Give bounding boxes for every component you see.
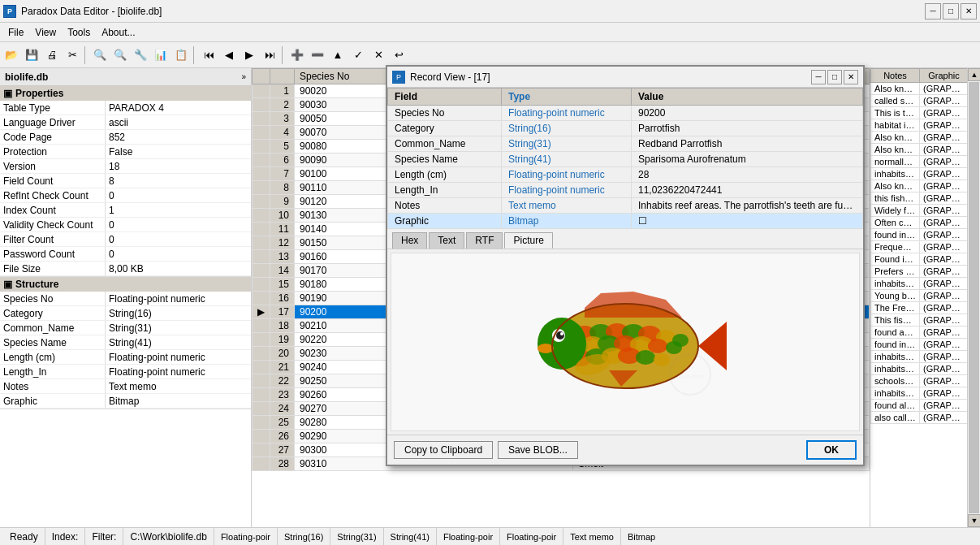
- scroll-up[interactable]: ▲: [968, 68, 980, 81]
- row-arrow: [253, 167, 270, 181]
- right-row: The French g(GRAPHIC): [871, 302, 968, 314]
- cell-graphic: (GRAPHIC): [920, 241, 968, 253]
- tab-text[interactable]: Text: [429, 232, 464, 249]
- row-arrow: [253, 209, 270, 223]
- struct-common-name: Common_Name String(31): [0, 321, 251, 335]
- status-bar: Ready Index: Filter: C:\Work\biolife.db …: [0, 527, 980, 545]
- row-arrow: [253, 292, 270, 305]
- row-arrow: [253, 126, 270, 140]
- record-view-dialog: P Record View - [17] ─ □ ✕ Field Type Va…: [386, 65, 865, 466]
- section-label: Properties: [15, 88, 63, 99]
- cell-graphic: (GRAPHIC): [920, 132, 968, 144]
- tb-check[interactable]: ✓: [348, 45, 368, 65]
- right-row: This is the la(GRAPHIC): [871, 107, 968, 119]
- status-field7: Text memo: [563, 528, 621, 545]
- tb-tools[interactable]: 🔧: [131, 45, 150, 65]
- minimize-button[interactable]: ─: [925, 3, 941, 19]
- row-arrow: [253, 443, 270, 457]
- cell-notes: inhabits expe: [871, 363, 920, 375]
- cell-notes: Young barra: [871, 290, 920, 302]
- cell-notes: The French g: [871, 302, 920, 314]
- cell-graphic: (GRAPHIC): [920, 387, 968, 400]
- row-arrow: [253, 112, 270, 126]
- save-blob-button[interactable]: Save BLOB...: [498, 441, 578, 459]
- prop-language-driver: Language Driver ascii: [0, 115, 251, 130]
- rec-col-value: Value: [632, 89, 863, 106]
- main-window: P Paradox Data Editor - [biolife.db] ─ □…: [0, 0, 980, 545]
- cell-notes: Also known a: [871, 83, 920, 95]
- cell-notes: found in cora: [871, 339, 920, 351]
- right-row: also called th(GRAPHIC): [871, 412, 968, 424]
- dialog-maximize[interactable]: □: [827, 70, 842, 84]
- tb-up[interactable]: ▲: [328, 45, 348, 65]
- tb-copy[interactable]: 📋: [171, 45, 191, 65]
- row-number: 17: [270, 305, 295, 319]
- cell-graphic: (GRAPHIC): [920, 180, 968, 192]
- cell-graphic: (GRAPHIC): [920, 327, 968, 339]
- tb-table[interactable]: 📊: [151, 45, 171, 65]
- menu-view[interactable]: View: [30, 25, 61, 40]
- row-number: 4: [270, 126, 295, 140]
- cell-notes: inhabits reef: [871, 278, 920, 290]
- vertical-scrollbar[interactable]: ▲ ▼: [967, 68, 980, 527]
- status-field4: String(41): [384, 528, 437, 545]
- tb-add[interactable]: ➕: [287, 45, 307, 65]
- cell-graphic: (GRAPHIC): [920, 266, 968, 278]
- properties-section-header[interactable]: ▣ Properties: [0, 86, 251, 101]
- tb-next[interactable]: ▶: [240, 45, 259, 65]
- right-row: Also known a(GRAPHIC): [871, 144, 968, 156]
- menu-bar: File View Tools About...: [0, 23, 980, 42]
- tb-last[interactable]: ⏭: [260, 45, 279, 65]
- tb-cut[interactable]: ✂: [63, 45, 82, 65]
- dialog-minimize[interactable]: ─: [811, 70, 826, 84]
- maximize-button[interactable]: □: [943, 3, 959, 19]
- right-row: Also known a(GRAPHIC): [871, 83, 968, 95]
- scroll-down[interactable]: ▼: [968, 514, 980, 527]
- menu-about[interactable]: About...: [97, 25, 140, 40]
- cell-graphic: (GRAPHIC): [920, 229, 968, 241]
- tb-save[interactable]: 💾: [22, 45, 41, 65]
- right-row: found aroun(GRAPHIC): [871, 327, 968, 339]
- tab-hex[interactable]: Hex: [392, 232, 427, 249]
- dialog-close[interactable]: ✕: [844, 70, 858, 84]
- right-row: Young barra(GRAPHIC): [871, 290, 968, 302]
- tb-search2[interactable]: 🔍: [110, 45, 130, 65]
- tb-prev[interactable]: ◀: [219, 45, 239, 65]
- tab-picture[interactable]: Picture: [504, 232, 552, 249]
- right-notes-table: Notes Graphic Also known a(GRAPHIC)calle…: [870, 68, 967, 424]
- structure-section-header[interactable]: ▣ Structure: [0, 277, 251, 292]
- ok-button[interactable]: OK: [806, 440, 857, 460]
- prop-code-page: Code Page 852: [0, 130, 251, 145]
- menu-file[interactable]: File: [3, 25, 28, 40]
- tb-print[interactable]: 🖨: [42, 45, 62, 65]
- footer-left-buttons: Copy to Clipboard Save BLOB...: [394, 441, 578, 459]
- right-row: Frequently fo(GRAPHIC): [871, 241, 968, 253]
- row-arrow: [253, 278, 270, 292]
- copy-to-clipboard-button[interactable]: Copy to Clipboard: [394, 441, 493, 459]
- row-number: 20: [270, 347, 295, 361]
- cell-graphic: (GRAPHIC): [920, 302, 968, 314]
- cell-graphic: (GRAPHIC): [920, 290, 968, 302]
- cell-graphic: (GRAPHIC): [920, 363, 968, 375]
- tb-cancel[interactable]: ✕: [369, 45, 388, 65]
- menu-tools[interactable]: Tools: [63, 25, 95, 40]
- row-number: 9: [270, 195, 295, 209]
- tab-rtf[interactable]: RTF: [466, 232, 503, 249]
- rec-row-species-no: Species No Floating-point numeric 90200: [388, 106, 863, 121]
- rec-row-notes: Notes Text memo Inhabits reef areas. The…: [388, 198, 863, 214]
- tb-open[interactable]: 📂: [2, 45, 21, 65]
- scroll-thumb[interactable]: [969, 82, 979, 513]
- cell-graphic: (GRAPHIC): [920, 278, 968, 290]
- tb-delete[interactable]: ➖: [308, 45, 327, 65]
- tb-search[interactable]: 🔍: [90, 45, 110, 65]
- minus-icon2: ▣: [3, 279, 12, 290]
- status-filter: Filter:: [85, 528, 123, 545]
- close-button[interactable]: ✕: [961, 3, 977, 19]
- cell-graphic: (GRAPHIC): [920, 375, 968, 387]
- status-field5: Floating-poir: [437, 528, 500, 545]
- right-row: This fish is ne(GRAPHIC): [871, 314, 968, 327]
- row-arrow: [253, 181, 270, 195]
- tb-first[interactable]: ⏮: [199, 45, 218, 65]
- collapse-button[interactable]: »: [241, 72, 246, 81]
- tb-undo[interactable]: ↩: [389, 45, 408, 65]
